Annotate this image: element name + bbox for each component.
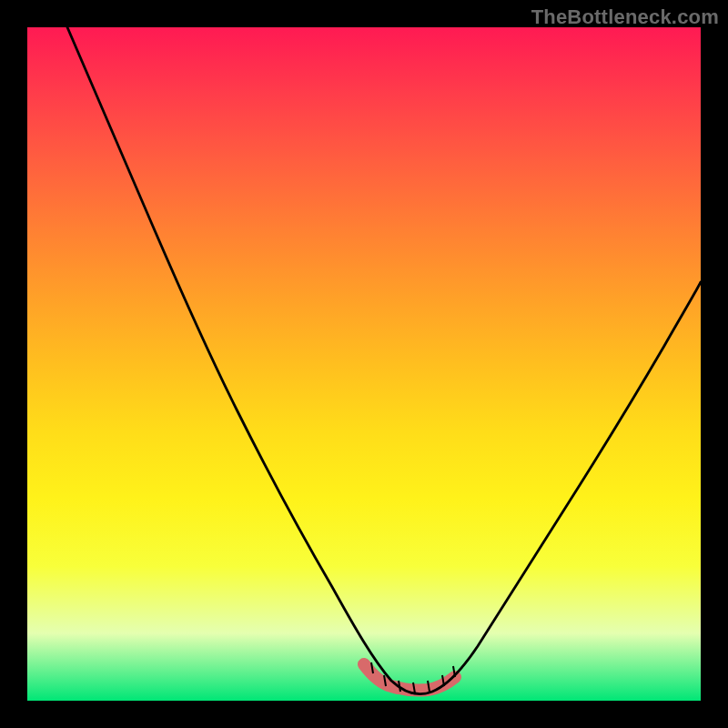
chart-svg — [27, 27, 701, 701]
bottleneck-curve — [67, 27, 701, 694]
plot-area — [27, 27, 701, 701]
watermark-text: TheBottleneck.com — [531, 5, 719, 29]
chart-container: TheBottleneck.com — [0, 0, 728, 728]
